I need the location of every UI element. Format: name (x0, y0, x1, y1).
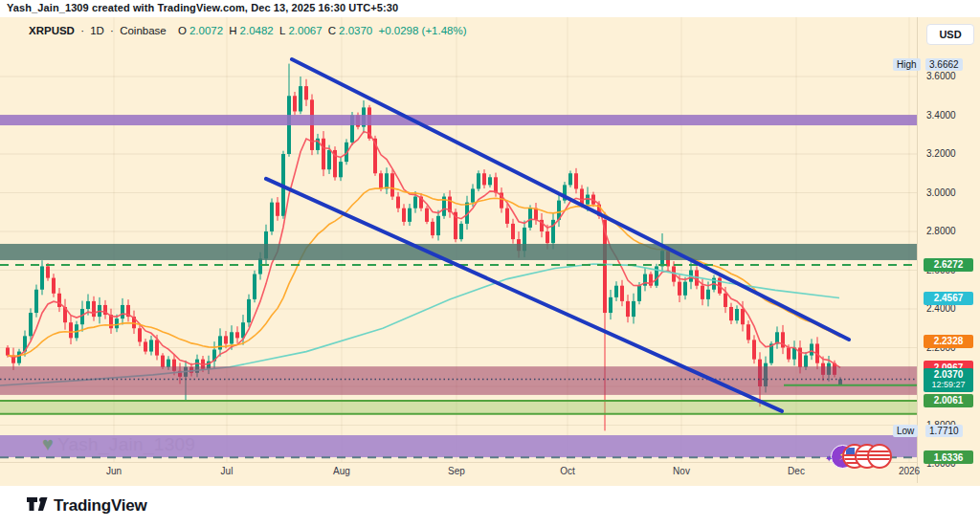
time-label-2026: 2026 (899, 466, 920, 476)
candle-body (752, 340, 756, 359)
low-value: 1.7710 (925, 425, 963, 437)
currency-toggle-button[interactable]: USD (926, 24, 974, 45)
candle-body (741, 309, 745, 324)
price-tick: 3.0000 (926, 187, 956, 198)
time-axis[interactable]: JunJulAugSepOctNovDec2026 (0, 463, 917, 483)
zone-supply-teal (0, 244, 917, 260)
high-label: High (893, 58, 921, 71)
zone-resistance-purple (0, 115, 917, 125)
candle-body (29, 313, 33, 336)
price-axis[interactable]: USD 3.60003.40003.20003.00002.80002.6000… (918, 17, 980, 483)
emoji-sticker[interactable]: ⚡ ✦ (831, 444, 892, 469)
legend-sep: · (110, 25, 114, 36)
trendline-channel-upper (292, 59, 849, 340)
price-badge-2.0061: 2.0061 (924, 394, 973, 407)
candle-body (218, 336, 222, 349)
candle-body (304, 86, 308, 99)
candle-body (810, 343, 813, 355)
candle-body (270, 203, 274, 231)
legend-open-label: O (178, 25, 187, 36)
legend-interval[interactable]: 1D (90, 25, 104, 36)
username-watermark: ♥ Yash_Jain_1309 (42, 433, 195, 455)
candle-body (390, 173, 394, 196)
countdown-timer: 12:59:27 (926, 380, 970, 390)
candle-body (436, 216, 440, 235)
us-flag-icon (867, 444, 892, 469)
candle-body (626, 301, 630, 317)
high-value: 3.6662 (925, 58, 963, 71)
candle-body (161, 356, 165, 367)
candle-body (247, 299, 251, 322)
price-badge-2.4567: 2.4567 (924, 292, 973, 305)
candle-body (568, 173, 572, 185)
candle-body (614, 286, 618, 297)
candle-body (115, 318, 119, 328)
candle-body (637, 286, 641, 301)
candle-body (701, 286, 704, 299)
candle-body (431, 222, 434, 235)
candle-body (402, 209, 406, 222)
candle-body (735, 309, 739, 320)
tradingview-chart-window: Yash_Jain_1309 created with TradingView.… (0, 0, 980, 527)
candle-body (459, 224, 463, 239)
time-label-Oct: Oct (560, 466, 575, 476)
tradingview-logo-icon (27, 497, 48, 515)
candle-body (138, 328, 142, 341)
price-tick: 3.2000 (926, 148, 956, 159)
candle-body (322, 139, 325, 169)
candle-body (339, 162, 343, 177)
candle-body (620, 286, 624, 301)
candle-body (379, 173, 383, 188)
candle-body (787, 348, 791, 360)
price-badge-2.6272: 2.6272 (924, 258, 973, 272)
candle-body (69, 322, 73, 338)
time-label-Sep: Sep (448, 466, 465, 476)
watermark-username: Yash_Jain_1309 (57, 434, 195, 455)
candle-body (235, 332, 239, 338)
candle-body (471, 188, 475, 202)
price-tick: 2.8000 (926, 226, 956, 236)
candle-body (17, 352, 21, 363)
candle-body (52, 278, 56, 294)
candle-body (293, 96, 297, 111)
candle-body (804, 356, 808, 367)
attribution-bar: Yash_Jain_1309 created with TradingView.… (0, 0, 980, 17)
time-label-Jul: Jul (221, 466, 234, 476)
footer-bar: TradingView (0, 486, 980, 527)
price-badge-2.0370: 2.037012:59:27 (924, 368, 973, 392)
candle-body (632, 301, 635, 317)
candle-body (230, 332, 234, 343)
tradingview-logo[interactable]: TradingView (27, 496, 147, 516)
candle-body (92, 301, 96, 317)
candle-body (121, 305, 124, 318)
legend-high-value: 2.0482 (240, 25, 274, 36)
candle-body (86, 301, 90, 309)
legend-high-label: H (229, 25, 236, 36)
tradingview-brand-text: TradingView (54, 496, 147, 516)
candle-body (706, 290, 710, 299)
candle-body (724, 294, 727, 307)
time-label-Aug: Aug (333, 466, 350, 476)
legend-symbol[interactable]: XRPUSD (29, 25, 75, 36)
low-label: Low (893, 425, 918, 437)
price-tick: 3.4000 (926, 110, 956, 121)
candle-body (408, 209, 412, 222)
time-label-Nov: Nov (673, 466, 690, 476)
candle-body (580, 188, 584, 204)
attribution-text: Yash_Jain_1309 created with TradingView.… (7, 2, 398, 13)
legend-low-label: L (279, 25, 285, 36)
candle-body (494, 177, 498, 192)
candle-body (258, 258, 262, 274)
legend-exchange[interactable]: Coinbase (120, 25, 167, 36)
candle-body (34, 290, 38, 313)
candle-body (678, 282, 681, 296)
symbol-legend[interactable]: XRPUSD · 1D · Coinbase O2.0072 H2.0482 L… (29, 25, 470, 36)
candle-body (528, 209, 532, 228)
candle-body (729, 307, 733, 320)
price-tick: 2.4000 (926, 303, 956, 314)
candle-body (477, 173, 480, 188)
candle-body (574, 173, 578, 188)
legend-low-value: 2.0067 (288, 25, 322, 36)
candle-body (385, 173, 389, 188)
candle-body (396, 197, 400, 209)
